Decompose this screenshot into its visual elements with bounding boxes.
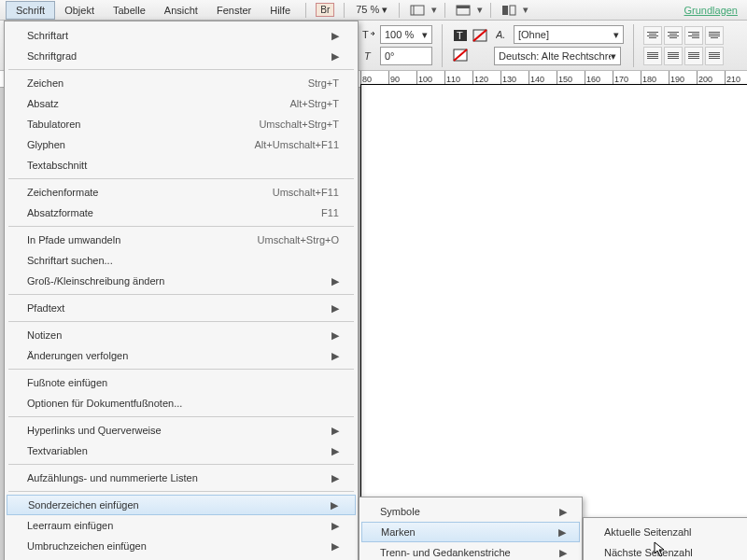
menu-item[interactable]: ZeichenStrg+T [5, 73, 358, 93]
paragraph-align-group [643, 26, 724, 65]
submenu-item[interactable]: Symbole▶ [359, 501, 582, 522]
submenu-arrow-icon: ▶ [559, 506, 567, 518]
menu-item[interactable]: GlyphenAlt+Umschalt+F11 [5, 134, 358, 155]
menu-item-label: Umbruchzeichen einfügen [27, 540, 330, 552]
menu-item[interactable]: AbsatzformateF11 [5, 203, 358, 223]
submenu-item-label: Marken [381, 526, 558, 538]
submenu-item[interactable]: Marken▶ [361, 522, 580, 542]
menu-item-label: Textvariablen [27, 445, 330, 456]
svg-text:T: T [362, 29, 369, 40]
char-style-select[interactable]: [Ohne]▾ [514, 25, 624, 44]
svg-rect-5 [510, 6, 515, 15]
menu-separator [8, 416, 354, 417]
menubar-separator [344, 3, 345, 18]
horizontal-scale-icon: T [360, 26, 377, 43]
menu-item[interactable]: Textabschnitt [5, 155, 358, 175]
menu-hilfe[interactable]: Hilfe [261, 2, 300, 19]
menu-tabelle[interactable]: Tabelle [104, 2, 155, 19]
svg-rect-0 [411, 6, 424, 15]
menu-shortcut: Umschalt+Strg+T [259, 119, 339, 130]
menu-item[interactable]: Notizen▶ [5, 325, 358, 345]
menu-item[interactable]: Fußnote einfügen [5, 372, 358, 393]
menu-item[interactable]: Optionen für Dokumentfußnoten... [5, 393, 358, 413]
menu-shortcut: Umschalt+F11 [273, 187, 339, 198]
document-page[interactable] [360, 84, 747, 560]
submenu-arrow-icon: ▶ [558, 526, 566, 539]
submenu-item[interactable]: Trenn- und Gedankenstriche▶ [359, 542, 582, 560]
menu-item[interactable]: Textvariablen▶ [5, 441, 358, 461]
align-left-button[interactable] [643, 26, 662, 45]
menu-item-label: Notizen [27, 329, 330, 341]
align-center-button[interactable] [664, 26, 683, 45]
menu-separator [8, 69, 354, 70]
svg-text:A.: A. [496, 29, 505, 40]
view-mode-button-1[interactable] [407, 2, 428, 19]
menu-item[interactable]: Umbruchzeichen einfügen▶ [5, 536, 358, 556]
svg-line-11 [473, 30, 486, 41]
bridge-button[interactable]: Br [316, 3, 334, 17]
menu-item-label: Tabulatoren [27, 119, 259, 130]
toolbar-separator [442, 24, 443, 67]
view-mode-button-3[interactable] [499, 2, 519, 19]
menu-item[interactable]: Pfadtext▶ [5, 298, 358, 318]
menubar: SchriftObjektTabelleAnsichtFensterHilfe … [0, 0, 747, 21]
menu-separator [8, 178, 354, 179]
menu-objekt[interactable]: Objekt [55, 2, 104, 19]
menu-ansicht[interactable]: Ansicht [155, 2, 207, 19]
menu-item-label: Hyperlinks und Querverweise [27, 425, 330, 436]
menu-separator [8, 464, 354, 465]
justify-all-button[interactable] [705, 47, 724, 65]
rotation-input[interactable]: 0° [380, 47, 432, 65]
language-select[interactable]: Deutsch: Alte Rechtschreibung▾ [494, 47, 621, 65]
menu-separator [8, 321, 354, 322]
chevron-down-icon: ▾ [422, 29, 428, 41]
submenu-arrow-icon: ▶ [330, 350, 339, 362]
submenu-item-label: Aktuelle Seitenzahl [604, 526, 747, 538]
menu-item-label: Pfadtext [27, 302, 330, 314]
menu-item[interactable]: Schriftgrad▶ [5, 46, 358, 66]
submenu-item-label: Symbole [380, 506, 559, 517]
menu-item-label: Leerraum einfügen [27, 520, 330, 531]
none-swatch-icon[interactable] [452, 47, 469, 63]
submenu-arrow-icon: ▶ [330, 520, 339, 532]
chevron-down-icon[interactable]: ▾ [430, 4, 439, 16]
view-mode-button-2[interactable] [453, 2, 473, 19]
menu-fenster[interactable]: Fenster [207, 2, 261, 19]
menu-item[interactable]: AbsatzAlt+Strg+T [5, 93, 358, 114]
menu-item[interactable]: Hyperlinks und Querverweise▶ [5, 420, 358, 441]
zoom-display[interactable]: 75 % ▾ [356, 4, 388, 16]
menu-item-label: Optionen für Dokumentfußnoten... [27, 398, 339, 409]
chevron-down-icon[interactable]: ▾ [475, 4, 485, 16]
swatch-icon[interactable] [472, 27, 488, 44]
menu-separator [8, 369, 354, 370]
sonderzeichen-submenu: Symbole▶Marken▶Trenn- und Gedankenstrich… [359, 497, 583, 560]
menu-item[interactable]: Schriftart suchen... [5, 250, 358, 271]
justify-right-button[interactable] [684, 47, 703, 65]
workspace-link[interactable]: Grundlagen [675, 5, 748, 16]
menu-schrift[interactable]: Schrift [6, 1, 55, 20]
submenu-item[interactable]: Nächste Seitenzahl [584, 542, 747, 560]
justify-left-button[interactable] [643, 47, 662, 65]
horizontal-scale-input[interactable]: 100 %▾ [380, 25, 432, 44]
menu-item-label: Absatz [27, 98, 289, 109]
menu-item[interactable]: Aufzählungs- und nummerierte Listen▶ [5, 468, 358, 488]
justify-center-button[interactable] [664, 47, 683, 65]
menu-item[interactable]: Groß-/Kleinschreibung ändern▶ [5, 271, 358, 291]
menu-item-label: Fußnote einfügen [27, 377, 339, 388]
chevron-down-icon[interactable]: ▾ [521, 4, 530, 16]
align-right-button[interactable] [684, 26, 703, 45]
svg-rect-4 [502, 6, 508, 15]
menu-item[interactable]: Sonderzeichen einfügen▶ [7, 495, 356, 515]
menu-item[interactable]: ZeichenformateUmschalt+F11 [5, 182, 358, 203]
align-justify-button[interactable] [705, 26, 724, 45]
menu-item[interactable]: TabulatorenUmschalt+Strg+T [5, 114, 358, 134]
menu-item-label: Textabschnitt [27, 160, 339, 171]
menu-item-label: Schriftart [27, 30, 330, 41]
menu-item[interactable]: In Pfade umwandelnUmschalt+Strg+O [5, 230, 358, 250]
menu-item[interactable]: Schriftart▶ [5, 25, 358, 46]
submenu-item[interactable]: Aktuelle SeitenzahlA [584, 522, 747, 542]
menu-item[interactable]: Änderungen verfolgen▶ [5, 345, 358, 366]
menu-item-label: Änderungen verfolgen [27, 350, 330, 361]
menu-item-label: Groß-/Kleinschreibung ändern [27, 275, 330, 287]
menu-item[interactable]: Leerraum einfügen▶ [5, 515, 358, 536]
